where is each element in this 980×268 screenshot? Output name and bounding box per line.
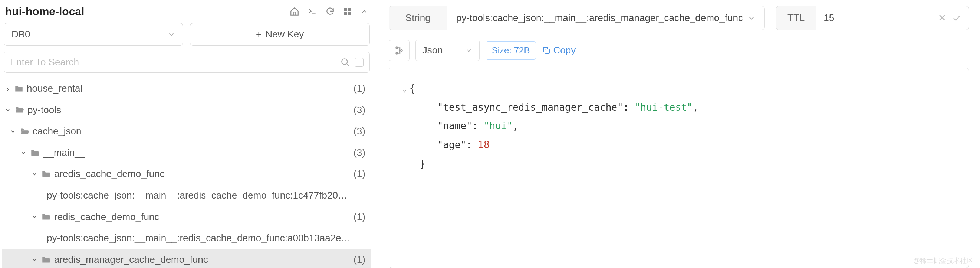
chevron-down-icon (20, 150, 27, 156)
search-input[interactable] (10, 56, 336, 68)
db-row: DB0 + New Key (2, 23, 371, 52)
home-icon[interactable] (290, 7, 299, 16)
right-panel: String py-tools:cache_json:__main__:ared… (374, 0, 980, 268)
svg-point-5 (396, 47, 397, 48)
chevron-down-icon (167, 30, 175, 38)
tree-folder-aredis-cache[interactable]: aredis_cache_demo_func (1) (2, 163, 371, 185)
connection-header: hui-home-local (2, 4, 371, 23)
ttl-box: TTL 15 ✕ (776, 6, 969, 30)
tree-folder-redis-cache[interactable]: redis_cache_demo_func (1) (2, 206, 371, 228)
search-icon[interactable] (340, 57, 350, 67)
key-type-label: String (389, 6, 447, 30)
chevron-down-icon (5, 107, 11, 113)
terminal-icon[interactable] (307, 7, 317, 16)
header-actions (290, 7, 368, 16)
watermark: @稀土掘金技术社区 (913, 256, 973, 265)
tree-view-icon[interactable] (389, 40, 409, 61)
connection-title: hui-home-local (5, 5, 84, 18)
tree-key-redis-cache[interactable]: py-tools:cache_json:__main__:redis_cache… (2, 228, 371, 249)
key-box: String py-tools:cache_json:__main__:ared… (389, 6, 765, 30)
folder-open-icon (41, 169, 51, 179)
tree-key-aredis-cache[interactable]: py-tools:cache_json:__main__:aredis_cach… (2, 185, 371, 206)
chevron-down-icon (10, 128, 16, 134)
tree-folder-aredis-manager[interactable]: aredis_manager_cache_demo_func (1) (2, 249, 371, 268)
folder-open-icon (14, 105, 24, 115)
copy-label: Copy (553, 45, 576, 56)
format-label: Json (423, 45, 443, 56)
tree-folder-cache-json[interactable]: cache_json (3) (2, 121, 371, 142)
db-selected-label: DB0 (11, 29, 30, 40)
chevron-right-icon: › (5, 83, 11, 95)
key-name-text: py-tools:cache_json:__main__:aredis_mana… (456, 12, 743, 24)
key-header-row: String py-tools:cache_json:__main__:ared… (389, 6, 969, 30)
left-panel: hui-home-local DB0 + New Key › (0, 0, 374, 268)
search-row (2, 52, 371, 76)
tree-folder-house-rental[interactable]: › house_rental (1) (2, 78, 371, 99)
chevron-down-icon[interactable] (748, 14, 756, 22)
db-selector[interactable]: DB0 (4, 23, 183, 46)
ttl-label: TTL (776, 6, 816, 30)
chevron-down-icon (31, 171, 38, 177)
exact-match-checkbox[interactable] (355, 58, 364, 67)
search-input-wrap (4, 52, 370, 73)
tree-folder-main[interactable]: __main__ (3) (2, 142, 371, 164)
chevron-down-icon (31, 257, 38, 263)
svg-rect-1 (348, 8, 351, 11)
grid-icon[interactable] (343, 7, 352, 16)
collapse-toggle-icon[interactable]: ⌄ (402, 85, 407, 93)
size-badge: Size: 72B (485, 41, 536, 60)
ttl-field[interactable]: 15 ✕ (816, 6, 969, 30)
chevron-down-icon (465, 47, 473, 54)
folder-open-icon (19, 126, 30, 136)
svg-point-6 (396, 52, 397, 54)
chevron-down-icon (31, 214, 38, 220)
svg-rect-2 (344, 12, 347, 15)
svg-rect-0 (344, 8, 347, 11)
json-viewer[interactable]: ⌄{ "test_async_redis_manager_cache": "hu… (389, 67, 969, 268)
format-selector[interactable]: Json (415, 40, 480, 61)
refresh-icon[interactable] (325, 7, 335, 16)
folder-open-icon (30, 148, 40, 158)
folder-open-icon (41, 255, 51, 265)
plus-icon: + (256, 29, 261, 40)
viewer-toolbar: Json Size: 72B Copy (389, 40, 969, 61)
folder-open-icon (41, 212, 51, 222)
svg-rect-8 (545, 49, 549, 53)
svg-point-4 (342, 59, 347, 64)
svg-point-7 (401, 49, 402, 51)
tree-folder-py-tools[interactable]: py-tools (3) (2, 99, 371, 121)
confirm-icon[interactable] (952, 14, 961, 22)
key-tree: › house_rental (1) py-tools (3) cache_js… (2, 76, 371, 268)
close-icon[interactable]: ✕ (938, 12, 946, 24)
collapse-icon[interactable] (360, 8, 368, 16)
key-name-field[interactable]: py-tools:cache_json:__main__:aredis_mana… (447, 6, 765, 30)
ttl-value-text: 15 (824, 12, 834, 24)
folder-icon (14, 84, 24, 94)
new-key-label: New Key (265, 29, 304, 40)
copy-button[interactable]: Copy (542, 45, 576, 56)
new-key-button[interactable]: + New Key (190, 23, 369, 46)
svg-rect-3 (348, 12, 351, 15)
